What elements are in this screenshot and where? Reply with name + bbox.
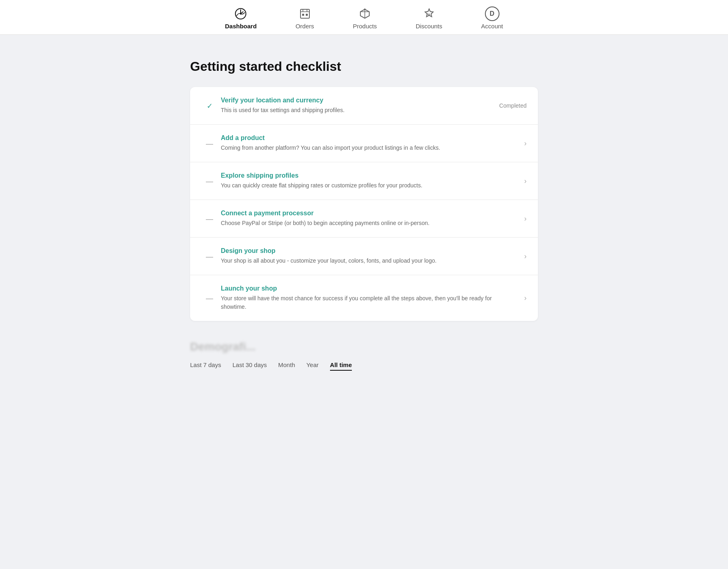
account-avatar: D bbox=[485, 6, 499, 21]
item-content-connect-payment: Connect a payment processor Choose PayPa… bbox=[221, 210, 516, 227]
checklist-item-add-product[interactable]: — Add a product Coming from another plat… bbox=[190, 125, 538, 162]
item-right-add-product: › bbox=[524, 139, 527, 148]
item-title-design-shop: Design your shop bbox=[221, 247, 516, 255]
item-right-verify-location: Completed bbox=[499, 102, 527, 109]
nav-label-products: Products bbox=[353, 23, 377, 30]
checklist-item-explore-shipping[interactable]: — Explore shipping profiles You can quic… bbox=[190, 162, 538, 200]
item-right-design-shop: › bbox=[524, 252, 527, 261]
demographics-title: Demografi... bbox=[190, 340, 538, 353]
item-title-connect-payment: Connect a payment processor bbox=[221, 210, 516, 217]
item-desc-connect-payment: Choose PayPal or Stripe (or both) to beg… bbox=[221, 219, 516, 227]
nav-label-account: Account bbox=[481, 23, 503, 30]
item-desc-design-shop: Your shop is all about you - customize y… bbox=[221, 257, 516, 265]
checklist-item-launch-shop[interactable]: — Launch your shop Your store will have … bbox=[190, 275, 538, 321]
dash-icon-launch-shop: — bbox=[201, 293, 218, 303]
time-filters: Last 7 days Last 30 days Month Year All … bbox=[190, 361, 538, 371]
item-desc-add-product: Coming from another platform? You can al… bbox=[221, 144, 516, 152]
checklist-item-connect-payment[interactable]: — Connect a payment processor Choose Pay… bbox=[190, 200, 538, 238]
nav-item-account[interactable]: D Account bbox=[478, 5, 506, 31]
filter-last-7-days[interactable]: Last 7 days bbox=[190, 361, 221, 371]
svg-point-5 bbox=[364, 8, 366, 10]
nav-label-dashboard: Dashboard bbox=[225, 23, 256, 30]
item-desc-explore-shipping: You can quickly create flat shipping rat… bbox=[221, 181, 516, 190]
filter-last-30-days[interactable]: Last 30 days bbox=[233, 361, 267, 371]
item-content-add-product: Add a product Coming from another platfo… bbox=[221, 134, 516, 152]
main-nav: Dashboard Orders Products bbox=[0, 0, 728, 35]
filter-all-time[interactable]: All time bbox=[330, 361, 352, 371]
checklist-item-verify-location[interactable]: ✓ Verify your location and currency This… bbox=[190, 87, 538, 125]
demographics-section: Demografi... Last 7 days Last 30 days Mo… bbox=[190, 340, 538, 371]
dash-icon-add-product: — bbox=[201, 139, 218, 148]
item-content-explore-shipping: Explore shipping profiles You can quickl… bbox=[221, 172, 516, 190]
dash-icon-design-shop: — bbox=[201, 252, 218, 261]
dashboard-icon bbox=[233, 6, 248, 21]
nav-label-discounts: Discounts bbox=[416, 23, 442, 30]
item-right-explore-shipping: › bbox=[524, 177, 527, 185]
item-content-design-shop: Design your shop Your shop is all about … bbox=[221, 247, 516, 265]
item-desc-verify-location: This is used for tax settings and shippi… bbox=[221, 106, 491, 115]
nav-label-orders: Orders bbox=[296, 23, 314, 30]
dash-icon-connect-payment: — bbox=[201, 214, 218, 223]
checklist-item-design-shop[interactable]: — Design your shop Your shop is all abou… bbox=[190, 238, 538, 275]
item-title-add-product: Add a product bbox=[221, 134, 516, 142]
main-content: Getting started checklist ✓ Verify your … bbox=[182, 35, 546, 387]
dash-icon-explore-shipping: — bbox=[201, 176, 218, 186]
chevron-right-icon-add-product: › bbox=[524, 139, 527, 148]
item-title-verify-location: Verify your location and currency bbox=[221, 97, 491, 104]
filter-year[interactable]: Year bbox=[306, 361, 318, 371]
products-icon bbox=[358, 6, 372, 21]
orders-icon bbox=[298, 6, 312, 21]
chevron-right-icon-explore-shipping: › bbox=[524, 177, 527, 185]
svg-rect-2 bbox=[301, 9, 309, 18]
nav-item-dashboard[interactable]: Dashboard bbox=[222, 5, 260, 31]
nav-item-products[interactable]: Products bbox=[349, 5, 380, 31]
nav-item-discounts[interactable]: % Discounts bbox=[413, 5, 446, 31]
svg-text:%: % bbox=[427, 13, 430, 17]
item-status-verify-location: Completed bbox=[499, 102, 527, 109]
item-title-launch-shop: Launch your shop bbox=[221, 285, 516, 292]
svg-rect-3 bbox=[302, 14, 304, 16]
svg-rect-4 bbox=[306, 14, 308, 16]
filter-month[interactable]: Month bbox=[278, 361, 295, 371]
nav-item-orders[interactable]: Orders bbox=[292, 5, 317, 31]
item-desc-launch-shop: Your store will have the most chance for… bbox=[221, 294, 516, 311]
item-right-connect-payment: › bbox=[524, 214, 527, 223]
checklist-card: ✓ Verify your location and currency This… bbox=[190, 87, 538, 321]
discounts-icon: % bbox=[422, 6, 436, 21]
check-icon: ✓ bbox=[201, 101, 218, 110]
page-title: Getting started checklist bbox=[190, 59, 538, 74]
item-title-explore-shipping: Explore shipping profiles bbox=[221, 172, 516, 179]
item-right-launch-shop: › bbox=[524, 294, 527, 302]
item-content-launch-shop: Launch your shop Your store will have th… bbox=[221, 285, 516, 311]
item-content-verify-location: Verify your location and currency This i… bbox=[221, 97, 491, 115]
chevron-right-icon-connect-payment: › bbox=[524, 214, 527, 223]
chevron-right-icon-launch-shop: › bbox=[524, 294, 527, 302]
chevron-right-icon-design-shop: › bbox=[524, 252, 527, 261]
